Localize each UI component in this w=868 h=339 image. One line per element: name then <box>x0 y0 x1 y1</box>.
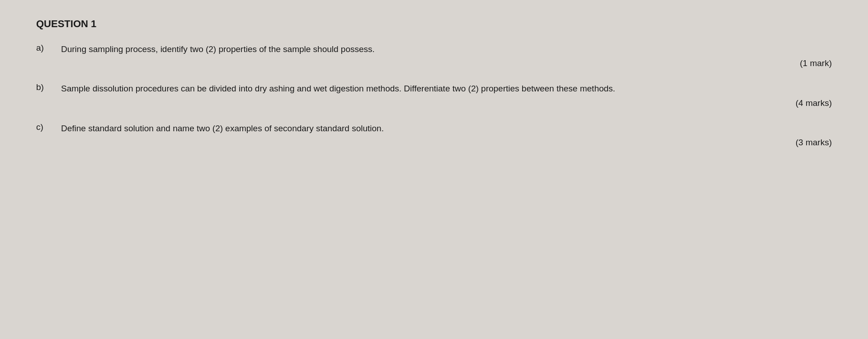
question-block-a: a) During sampling process, identify two… <box>36 43 832 68</box>
question-block-b: b) Sample dissolution procedures can be … <box>36 82 832 108</box>
question-content-a: During sampling process, identify two (2… <box>61 43 832 68</box>
question-label-a: a) <box>36 43 61 53</box>
question-label-b: b) <box>36 82 61 92</box>
question-text-a: During sampling process, identify two (2… <box>61 43 832 56</box>
question-content-c: Define standard solution and name two (2… <box>61 122 832 148</box>
question-title: QUESTION 1 <box>36 18 832 30</box>
question-label-c: c) <box>36 122 61 132</box>
question-text-c: Define standard solution and name two (2… <box>61 122 832 135</box>
marks-b: (4 marks) <box>61 98 832 108</box>
question-block-c: c) Define standard solution and name two… <box>36 122 832 148</box>
question-text-b: Sample dissolution procedures can be div… <box>61 82 832 95</box>
question-content-b: Sample dissolution procedures can be div… <box>61 82 832 108</box>
marks-a: (1 mark) <box>61 58 832 68</box>
page-container: QUESTION 1 a) During sampling process, i… <box>0 0 868 339</box>
marks-c: (3 marks) <box>61 138 832 148</box>
